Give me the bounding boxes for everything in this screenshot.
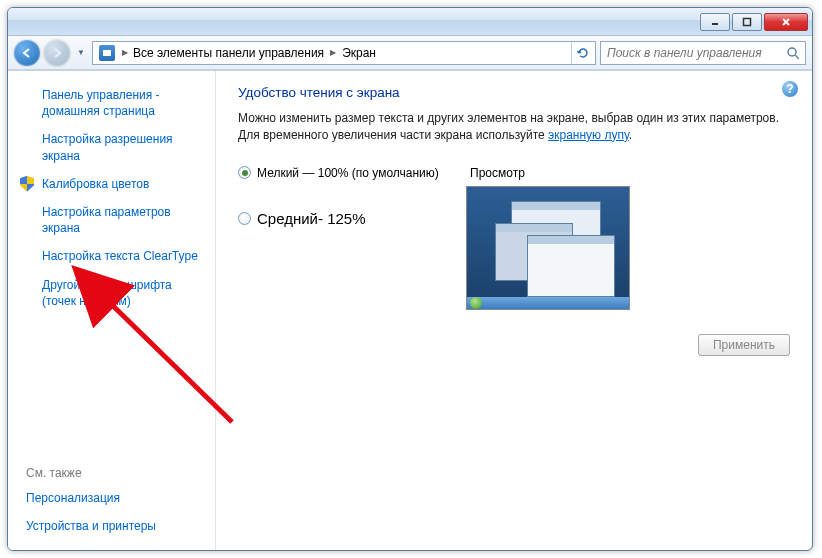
breadcrumb-level1[interactable]: Все элементы панели управления [131, 46, 326, 60]
sidebar-item-resolution[interactable]: Настройка разрешения экрана [8, 125, 215, 169]
apply-button[interactable]: Применить [698, 334, 790, 356]
page-description: Можно изменить размер текста и других эл… [238, 110, 790, 144]
arrow-left-icon [21, 47, 33, 59]
page-title: Удобство чтения с экрана [238, 85, 790, 100]
breadcrumb-level2[interactable]: Экран [340, 46, 378, 60]
main-panel: ? Удобство чтения с экрана Можно изменит… [216, 71, 812, 550]
search-input[interactable] [607, 46, 786, 60]
svg-line-5 [795, 55, 799, 59]
scale-options: Мелкий — 100% (по умолчанию) Средний- 12… [238, 166, 790, 310]
radio-medium[interactable] [238, 212, 251, 225]
back-button[interactable] [14, 40, 40, 66]
display-icon [99, 45, 115, 61]
breadcrumb: Все элементы панели управления ▶ Экран [131, 46, 378, 60]
option-small-row[interactable]: Мелкий — 100% (по умолчанию) [238, 166, 448, 180]
svg-point-4 [788, 48, 796, 56]
option-medium-label: Средний- 125% [257, 210, 366, 227]
window-controls [698, 13, 808, 31]
history-dropdown[interactable]: ▼ [74, 43, 88, 63]
close-button[interactable] [764, 13, 808, 31]
sidebar-item-home[interactable]: Панель управления - домашняя страница [8, 81, 215, 125]
arrow-right-icon [51, 47, 63, 59]
content-area: Панель управления - домашняя страница На… [8, 70, 812, 550]
chevron-right-icon: ▶ [328, 48, 338, 57]
help-button[interactable]: ? [782, 81, 798, 97]
sidebar-item-calibration[interactable]: Калибровка цветов [8, 170, 215, 198]
preview-taskbar-icon [467, 297, 629, 309]
search-icon [786, 46, 799, 60]
minimize-icon [710, 17, 720, 27]
sidebar-item-cleartype[interactable]: Настройка текста ClearType [8, 242, 215, 270]
sidebar-item-display-settings[interactable]: Настройка параметров экрана [8, 198, 215, 242]
preview-window-icon [527, 235, 615, 297]
magnifier-link[interactable]: экранную лупу [548, 128, 629, 142]
refresh-icon [576, 46, 590, 60]
navbar: ▼ ▶ Все элементы панели управления ▶ Экр… [8, 36, 812, 70]
titlebar [8, 8, 812, 36]
refresh-button[interactable] [571, 42, 593, 64]
see-also-heading: См. также [8, 460, 215, 484]
close-icon [780, 16, 792, 28]
preview-block: Просмотр [466, 166, 630, 310]
preview-thumbnail [466, 186, 630, 310]
search-box[interactable] [600, 41, 806, 65]
radio-small[interactable] [238, 166, 251, 179]
sidebar-item-personalization[interactable]: Персонализация [8, 484, 215, 512]
maximize-icon [742, 17, 752, 27]
sidebar-item-devices-printers[interactable]: Устройства и принтеры [8, 512, 215, 540]
maximize-button[interactable] [732, 13, 762, 31]
forward-button[interactable] [44, 40, 70, 66]
control-panel-window: ▼ ▶ Все элементы панели управления ▶ Экр… [7, 7, 813, 551]
svg-rect-1 [744, 18, 751, 25]
preview-label: Просмотр [466, 166, 630, 180]
option-medium-row[interactable]: Средний- 125% [238, 210, 448, 227]
option-small-label: Мелкий — 100% (по умолчанию) [257, 166, 439, 180]
chevron-right-icon: ▶ [119, 48, 131, 57]
address-bar[interactable]: ▶ Все элементы панели управления ▶ Экран [92, 41, 596, 65]
preview-start-icon [470, 297, 482, 309]
sidebar: Панель управления - домашняя страница На… [8, 71, 216, 550]
sidebar-item-custom-dpi[interactable]: Другой размер шрифта (точек на дюйм) [8, 271, 215, 315]
minimize-button[interactable] [700, 13, 730, 31]
